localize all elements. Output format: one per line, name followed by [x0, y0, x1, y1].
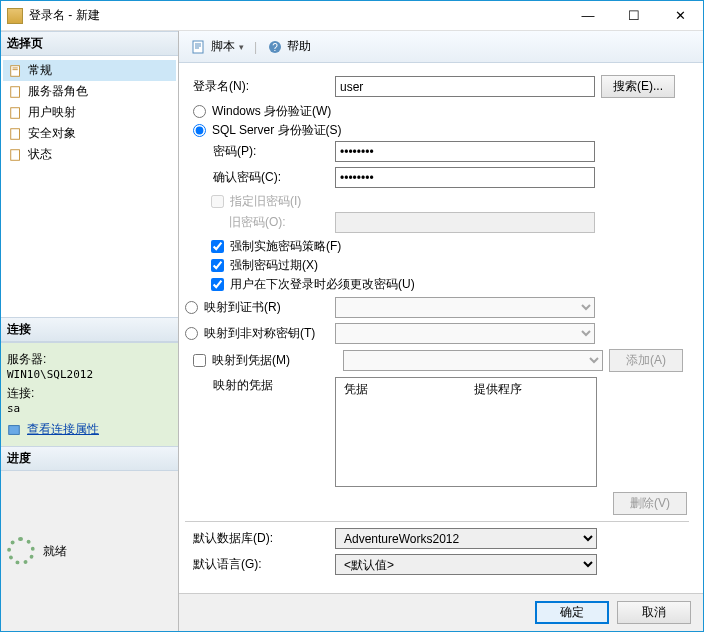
- server-label: 服务器:: [7, 351, 172, 368]
- svg-text:?: ?: [272, 42, 278, 53]
- login-name-input[interactable]: [335, 76, 595, 97]
- close-button[interactable]: ✕: [657, 1, 703, 30]
- select-page-header: 选择页: [1, 31, 178, 56]
- map-certificate-radio[interactable]: [185, 301, 198, 314]
- toolbar: 脚本 ▾ | ? 帮助: [179, 31, 703, 63]
- must-change-checkbox[interactable]: [211, 278, 224, 291]
- svg-rect-0: [11, 65, 20, 76]
- help-icon: ?: [267, 39, 283, 55]
- sql-auth-label: SQL Server 身份验证(S): [212, 122, 342, 139]
- sql-auth-radio[interactable]: [193, 124, 206, 137]
- must-change-label: 用户在下次登录时必须更改密码(U): [230, 276, 415, 293]
- minimize-button[interactable]: —: [565, 1, 611, 30]
- asymkey-select: [335, 323, 595, 344]
- page-icon: [9, 64, 23, 78]
- default-db-select[interactable]: AdventureWorks2012: [335, 528, 597, 549]
- nav-label: 用户映射: [28, 104, 76, 121]
- password-input[interactable]: [335, 141, 595, 162]
- enforce-expiration-label: 强制密码过期(X): [230, 257, 318, 274]
- app-icon: [7, 8, 23, 24]
- confirm-password-input[interactable]: [335, 167, 595, 188]
- nav-general[interactable]: 常规: [3, 60, 176, 81]
- page-icon: [9, 106, 23, 120]
- svg-rect-4: [11, 107, 20, 118]
- cancel-button[interactable]: 取消: [617, 601, 691, 624]
- spinner-icon: [7, 537, 35, 565]
- map-credential-label: 映射到凭据(M): [212, 352, 290, 369]
- conn-label: 连接:: [7, 385, 172, 402]
- nav-status[interactable]: 状态: [3, 144, 176, 165]
- progress-panel: 就绪: [1, 471, 178, 631]
- server-value: WIN10\SQL2012: [7, 368, 172, 381]
- progress-header: 进度: [1, 446, 178, 471]
- col-provider: 提供程序: [466, 378, 596, 401]
- svg-rect-8: [193, 41, 203, 53]
- page-icon: [9, 127, 23, 141]
- svg-rect-5: [11, 128, 20, 139]
- map-credential-checkbox[interactable]: [193, 354, 206, 367]
- chevron-down-icon: ▾: [239, 42, 244, 52]
- nav-server-roles[interactable]: 服务器角色: [3, 81, 176, 102]
- default-db-label: 默认数据库(D):: [185, 530, 335, 547]
- mapped-credentials-label: 映射的凭据: [185, 377, 335, 394]
- enforce-expiration-checkbox[interactable]: [211, 259, 224, 272]
- svg-rect-1: [13, 67, 18, 68]
- dialog-window: 登录名 - 新建 — ☐ ✕ 选择页 常规 服务器角色 用户映射: [0, 0, 704, 632]
- confirm-password-label: 确认密码(C):: [185, 169, 335, 186]
- certificate-select: [335, 297, 595, 318]
- maximize-button[interactable]: ☐: [611, 1, 657, 30]
- nav-label: 安全对象: [28, 125, 76, 142]
- enforce-policy-label: 强制实施密码策略(F): [230, 238, 341, 255]
- search-button[interactable]: 搜索(E)...: [601, 75, 675, 98]
- properties-icon: [7, 423, 21, 437]
- dialog-footer: 确定 取消: [179, 593, 703, 631]
- svg-rect-7: [9, 425, 20, 434]
- page-icon: [9, 148, 23, 162]
- default-lang-label: 默认语言(G):: [185, 556, 335, 573]
- connection-panel: 服务器: WIN10\SQL2012 连接: sa 查看连接属性: [1, 342, 178, 446]
- nav-user-mapping[interactable]: 用户映射: [3, 102, 176, 123]
- default-lang-select[interactable]: <默认值>: [335, 554, 597, 575]
- progress-status: 就绪: [43, 543, 67, 560]
- svg-rect-2: [13, 69, 18, 70]
- map-certificate-label: 映射到证书(R): [204, 299, 281, 316]
- help-button[interactable]: ? 帮助: [263, 36, 315, 57]
- page-icon: [9, 85, 23, 99]
- windows-auth-label: Windows 身份验证(W): [212, 103, 331, 120]
- window-title: 登录名 - 新建: [29, 7, 565, 24]
- conn-value: sa: [7, 402, 172, 415]
- login-name-label: 登录名(N):: [185, 78, 335, 95]
- enforce-policy-checkbox[interactable]: [211, 240, 224, 253]
- specify-old-password-label: 指定旧密码(I): [230, 193, 301, 210]
- script-icon: [191, 39, 207, 55]
- windows-auth-radio[interactable]: [193, 105, 206, 118]
- specify-old-password-checkbox: [211, 195, 224, 208]
- nav-label: 服务器角色: [28, 83, 88, 100]
- view-connection-properties-link[interactable]: 查看连接属性: [27, 421, 99, 438]
- delete-button: 删除(V): [613, 492, 687, 515]
- titlebar: 登录名 - 新建 — ☐ ✕: [1, 1, 703, 31]
- col-credential: 凭据: [336, 378, 466, 401]
- map-asymkey-radio[interactable]: [185, 327, 198, 340]
- form-area: 登录名(N): 搜索(E)... Windows 身份验证(W) SQL Ser…: [179, 63, 703, 593]
- nav-securables[interactable]: 安全对象: [3, 123, 176, 144]
- old-password-input: [335, 212, 595, 233]
- page-nav: 常规 服务器角色 用户映射 安全对象 状态: [1, 56, 178, 169]
- old-password-label: 旧密码(O):: [185, 214, 335, 231]
- credential-select: [343, 350, 603, 371]
- svg-rect-6: [11, 149, 20, 160]
- script-button[interactable]: 脚本 ▾: [187, 36, 248, 57]
- map-asymkey-label: 映射到非对称密钥(T): [204, 325, 315, 342]
- nav-label: 状态: [28, 146, 52, 163]
- nav-label: 常规: [28, 62, 52, 79]
- credentials-table: 凭据 提供程序: [335, 377, 597, 487]
- connection-header: 连接: [1, 317, 178, 342]
- ok-button[interactable]: 确定: [535, 601, 609, 624]
- svg-rect-3: [11, 86, 20, 97]
- password-label: 密码(P):: [185, 143, 335, 160]
- add-button: 添加(A): [609, 349, 683, 372]
